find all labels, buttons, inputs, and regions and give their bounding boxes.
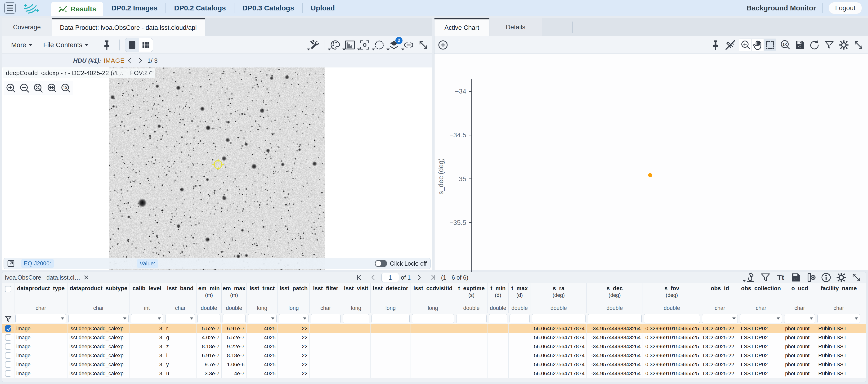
filter-input-obs_id[interactable] xyxy=(702,314,738,323)
column-header-dataproduct_subtype[interactable]: dataproduct_subtypechar xyxy=(67,283,130,313)
hdu-prev-button[interactable] xyxy=(125,55,135,66)
column-header-obs_collection[interactable]: obs_collectionchar xyxy=(739,283,783,313)
grid-view-button[interactable] xyxy=(139,38,153,52)
table-settings-button[interactable] xyxy=(835,272,848,283)
zoom-in-button[interactable] xyxy=(4,82,17,94)
filter-input-em_min[interactable] xyxy=(197,314,220,323)
page-input[interactable]: 1 xyxy=(381,273,399,282)
close-icon[interactable] xyxy=(84,275,89,280)
layers-button[interactable]: 2 xyxy=(388,39,400,51)
tab-dp03-catalogs[interactable]: DP0.3 Catalogs xyxy=(235,0,302,16)
zoom-1x-button[interactable]: 1X xyxy=(59,82,72,94)
add-column-button[interactable] xyxy=(805,272,817,283)
column-header-em_min[interactable]: em_min(m)double xyxy=(196,283,222,313)
filter-input-t_exptime[interactable] xyxy=(456,314,487,323)
hamburger-menu-icon[interactable] xyxy=(4,2,16,14)
table-row[interactable]: imagelsst.deepCoadd_calexp3z8.18e-79.22e… xyxy=(2,342,866,351)
column-header-lsst_tract[interactable]: lsst_tractlong xyxy=(247,283,278,313)
filter-input-t_max[interactable] xyxy=(509,314,530,323)
filter-input-lsst_band[interactable] xyxy=(165,314,195,323)
column-header-calib_level[interactable]: calib_levelint xyxy=(130,283,164,313)
expand-image-button[interactable] xyxy=(417,39,430,51)
tab-coverage[interactable]: Coverage xyxy=(2,18,52,36)
table-info-button[interactable] xyxy=(820,272,833,283)
more-dropdown[interactable]: More xyxy=(11,41,32,49)
pin-chart-button[interactable] xyxy=(709,39,722,51)
column-header-em_max[interactable]: em_max(m)double xyxy=(222,283,247,313)
pin-button[interactable] xyxy=(101,39,113,51)
column-header-s_fov[interactable]: s_fov(deg)double xyxy=(643,283,701,313)
filter-input-dataproduct_type[interactable] xyxy=(16,314,66,323)
row-checkbox[interactable] xyxy=(5,370,11,377)
column-header-lsst_ccdvisitid[interactable]: lsst_ccdvisitidlong xyxy=(411,283,455,313)
row-checkbox[interactable] xyxy=(5,361,11,368)
filter-input-lsst_visit[interactable] xyxy=(343,314,369,323)
hdu-next-button[interactable] xyxy=(135,55,145,66)
row-checkbox[interactable] xyxy=(5,352,11,359)
zoom-fit-button[interactable] xyxy=(32,82,44,94)
tab-results[interactable]: Results xyxy=(51,2,103,16)
filter-input-s_dec[interactable] xyxy=(588,314,642,323)
table-row[interactable]: imagelsst.deepCoadd_calexp3r5.52e-76.91e… xyxy=(2,324,866,333)
column-header-t_max[interactable]: t_max(d)double xyxy=(508,283,531,313)
filter-input-facility_name[interactable] xyxy=(817,314,860,323)
column-header-t_min[interactable]: t_min(d)double xyxy=(488,283,508,313)
save-table-button[interactable] xyxy=(789,272,802,283)
click-lock-toggle[interactable] xyxy=(375,260,387,267)
column-header-obs_id[interactable]: obs_idchar xyxy=(701,283,739,313)
filter-input-lsst_tract[interactable] xyxy=(248,314,277,323)
column-header-lsst_patch[interactable]: lsst_patchlong xyxy=(278,283,310,313)
fits-viewer[interactable]: HDU (#1): IMAGE 1/ 3 deepCoadd_calexp - … xyxy=(2,54,432,270)
popout-button[interactable] xyxy=(6,259,16,268)
last-page-button[interactable] xyxy=(428,272,438,284)
scatter-chart[interactable]: s_dec (deg) s_ra (deg) −34−34.5−35−35.55… xyxy=(434,54,868,270)
table-row[interactable]: imagelsst.deepCoadd_calexp3i6.91e-78.18e… xyxy=(2,351,866,360)
save-chart-button[interactable] xyxy=(794,39,806,51)
add-chart-button[interactable] xyxy=(437,39,449,51)
filter-input-em_max[interactable] xyxy=(223,314,246,323)
filter-input-calib_level[interactable] xyxy=(131,314,163,323)
fits-image[interactable] xyxy=(109,67,324,270)
tab-dp02-images[interactable]: DP0.2 Images xyxy=(103,0,165,16)
chart-select-button[interactable] xyxy=(764,39,776,51)
chart-pan-button[interactable] xyxy=(751,39,764,51)
zoom-fill-button[interactable] xyxy=(46,82,58,94)
recenter-button[interactable] xyxy=(359,39,371,51)
table-row[interactable]: imagelsst.deepCoadd_calexp3u3.3e-74e-740… xyxy=(2,369,866,378)
table-row[interactable]: imagelsst.deepCoadd_calexp3g4.02e-75.52e… xyxy=(2,333,866,342)
table-tab[interactable]: ivoa.ObsCore - data.lsst.cl… xyxy=(5,274,89,281)
tab-active-chart[interactable]: Active Chart xyxy=(434,18,489,36)
table-row[interactable]: imagelsst.deepCoadd_calexp3y9.7e-71.06e-… xyxy=(2,360,866,369)
tools-button[interactable] xyxy=(308,39,320,51)
filter-input-lsst_detector[interactable] xyxy=(371,314,410,323)
text-view-button[interactable]: Tt xyxy=(774,272,787,283)
column-header-lsst_band[interactable]: lsst_bandchar xyxy=(164,283,196,313)
filter-input-dataproduct_subtype[interactable] xyxy=(68,314,129,323)
column-header-facility_name[interactable]: facility_namechar xyxy=(816,283,861,313)
chart-zoom-button[interactable] xyxy=(739,39,751,51)
tab-data-product[interactable]: Data Product: ivoa.ObsCore - data.lsst.c… xyxy=(52,18,205,36)
chart-settings-button[interactable] xyxy=(838,39,850,51)
column-header-t_exptime[interactable]: t_exptime(s)double xyxy=(455,283,488,313)
filter-input-s_ra[interactable] xyxy=(532,314,586,323)
expand-table-button[interactable] xyxy=(850,272,863,283)
next-page-button[interactable] xyxy=(414,272,424,284)
background-monitor-button[interactable]: Background Monitor xyxy=(747,4,816,12)
tab-details[interactable]: Details xyxy=(489,18,542,36)
filter-chart-button[interactable] xyxy=(823,39,835,51)
filter-input-lsst_patch[interactable] xyxy=(279,314,309,323)
column-header-s_dec[interactable]: s_dec(deg)double xyxy=(587,283,643,313)
column-header-dataproduct_type[interactable]: dataproduct_typechar xyxy=(14,283,67,313)
link-search-button[interactable] xyxy=(403,39,415,51)
filter-input-s_fov[interactable] xyxy=(644,314,700,323)
column-header-s_ra[interactable]: s_ra(deg)double xyxy=(531,283,587,313)
zoom-out-button[interactable] xyxy=(18,82,31,94)
row-checkbox[interactable] xyxy=(5,325,11,332)
row-checkbox[interactable] xyxy=(5,334,11,341)
stretch-histogram-button[interactable] xyxy=(344,39,356,51)
column-header-lsst_filter[interactable]: lsst_filterchar xyxy=(310,283,342,313)
tab-dp02-catalogs[interactable]: DP0.2 Catalogs xyxy=(166,0,234,16)
first-page-button[interactable] xyxy=(354,272,364,284)
data-point[interactable] xyxy=(648,173,652,177)
filter-input-lsst_ccdvisitid[interactable] xyxy=(412,314,454,323)
